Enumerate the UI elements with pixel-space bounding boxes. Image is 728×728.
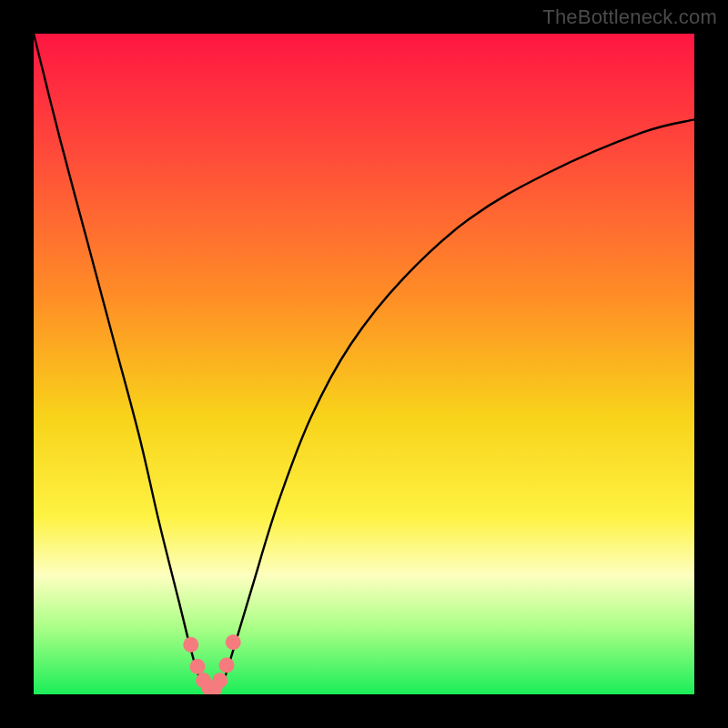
chart-frame: TheBottleneck.com (0, 0, 728, 728)
curve-marker (190, 659, 206, 674)
plot-area (34, 34, 694, 694)
curve-marker (226, 634, 241, 650)
curve-marker (212, 672, 228, 688)
watermark-label: TheBottleneck.com (542, 5, 717, 29)
highlight-markers (34, 34, 694, 694)
curve-marker (218, 658, 234, 673)
curve-marker (183, 637, 198, 652)
